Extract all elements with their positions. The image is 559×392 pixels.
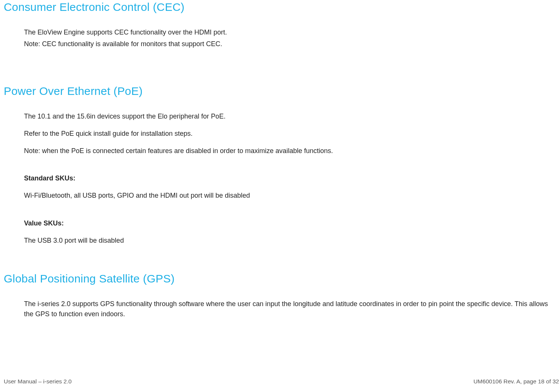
text-poe-line-2: Refer to the PoE quick install guide for… xyxy=(24,129,559,139)
document-page: Consumer Electronic Control (CEC) The El… xyxy=(0,0,559,390)
footer-right: UM600106 Rev. A, page 18 of 32 xyxy=(473,377,559,386)
text-standard-skus: Wi-Fi/Bluetooth, all USB ports, GPIO and… xyxy=(24,191,559,201)
text-value-skus: The USB 3.0 port will be disabled xyxy=(24,236,559,246)
section-gps: Global Positioning Satellite (GPS) The i… xyxy=(4,270,559,320)
heading-poe: Power Over Ethernet (PoE) xyxy=(4,83,559,100)
text-cec-line-1: The EloView Engine supports CEC function… xyxy=(24,27,559,38)
text-poe-line-3: Note: when the PoE is connected certain … xyxy=(24,146,559,156)
heading-gps: Global Positioning Satellite (GPS) xyxy=(4,270,559,288)
page-footer: User Manual – i-series 2.0 UM600106 Rev.… xyxy=(4,377,559,386)
subheading-value-skus: Value SKUs: xyxy=(24,218,559,229)
section-poe: Power Over Ethernet (PoE) The 10.1 and t… xyxy=(4,83,559,246)
heading-cec: Consumer Electronic Control (CEC) xyxy=(4,0,559,16)
subheading-standard-skus: Standard SKUs: xyxy=(24,173,559,184)
body-cec: The EloView Engine supports CEC function… xyxy=(24,27,559,50)
body-gps: The i-series 2.0 supports GPS functional… xyxy=(24,299,559,320)
text-cec-line-2: Note: CEC functionality is available for… xyxy=(24,39,559,50)
section-cec: Consumer Electronic Control (CEC) The El… xyxy=(4,0,559,50)
text-gps-line-1: The i-series 2.0 supports GPS functional… xyxy=(24,299,559,320)
text-poe-line-1: The 10.1 and the 15.6in devices support … xyxy=(24,111,559,122)
body-poe: The 10.1 and the 15.6in devices support … xyxy=(24,111,559,246)
footer-left: User Manual – i-series 2.0 xyxy=(4,377,72,386)
